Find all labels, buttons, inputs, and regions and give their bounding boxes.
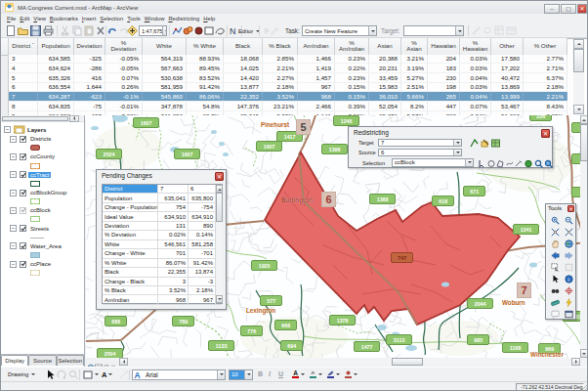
- toc-layer-ccblockgroup[interactable]: −ccBlockGroup: [1, 188, 84, 196]
- paste-icon[interactable]: [83, 25, 94, 36]
- column-header-other[interactable]: % Other: [524, 38, 567, 56]
- line-color-button[interactable]: [326, 369, 341, 380]
- clear-selection-icon[interactable]: [562, 261, 575, 273]
- zoom-in-icon[interactable]: [548, 214, 562, 226]
- layer-name[interactable]: ccCounty: [28, 153, 57, 159]
- layer-checkbox[interactable]: [20, 207, 26, 214]
- fixed-zoom-in-icon[interactable]: [548, 226, 562, 238]
- menu-view[interactable]: View: [31, 16, 47, 22]
- go-back-extent-icon[interactable]: [548, 249, 562, 261]
- toc-tab-source[interactable]: Source: [28, 355, 56, 366]
- layer-name[interactable]: ccPlace: [28, 261, 53, 267]
- column-header-white[interactable]: White: [143, 38, 187, 56]
- column-header-deviation[interactable]: %Deviation: [105, 38, 143, 56]
- trace-icon[interactable]: [483, 25, 493, 36]
- edit-plan-icon[interactable]: [481, 139, 489, 148]
- edit-sketch-icon[interactable]: [172, 25, 183, 36]
- zoom-elements-icon[interactable]: [67, 369, 78, 380]
- sketch-tool-icon[interactable]: [270, 25, 280, 36]
- layer-checkbox[interactable]: [20, 225, 26, 232]
- italic-button[interactable]: I: [269, 370, 271, 377]
- redistricting-selection-combo[interactable]: ccBlock: [392, 158, 474, 167]
- pause-drawing-button[interactable]: [110, 358, 118, 366]
- find-icon[interactable]: [548, 284, 562, 296]
- map-vertical-scrollbar[interactable]: [580, 115, 588, 358]
- draw-select-icon[interactable]: [44, 369, 55, 380]
- identify-icon[interactable]: i: [562, 273, 575, 284]
- zoom-selection-icon[interactable]: [534, 159, 543, 168]
- toc-layer-cccounty[interactable]: −ccCounty: [1, 152, 84, 161]
- toc-root-row[interactable]: −Layers: [1, 125, 84, 135]
- menu-edit[interactable]: Edit: [18, 16, 31, 22]
- collapse-icon[interactable]: −: [10, 136, 17, 143]
- menu-redistricting[interactable]: Redistricting: [166, 16, 201, 22]
- minimize-button[interactable]: –: [544, 4, 560, 14]
- table-row-district-5[interactable]: 5635,3264160.07%530,63883.52%14,4202.27%…: [9, 73, 567, 83]
- toc-layer-districts[interactable]: −Districts: [1, 135, 84, 144]
- menu-help[interactable]: Help: [201, 16, 217, 22]
- toc-layer-cctract[interactable]: −ccTract: [1, 170, 84, 179]
- target-combo[interactable]: [403, 25, 464, 36]
- redistricting-target-combo[interactable]: 7: [378, 139, 462, 148]
- collapse-icon[interactable]: −: [10, 261, 17, 268]
- toc-layer-ccplace[interactable]: −ccPlace: [1, 259, 84, 268]
- column-header-black[interactable]: Black: [224, 38, 263, 56]
- menu-window[interactable]: Window: [143, 16, 167, 22]
- delete-icon[interactable]: [95, 25, 105, 36]
- menu-file[interactable]: File: [5, 16, 18, 22]
- rotate-icon[interactable]: [56, 369, 66, 380]
- layer-symbol-swatch[interactable]: [30, 270, 40, 276]
- pan-icon[interactable]: [548, 238, 562, 249]
- layer-name[interactable]: Water_Area: [28, 243, 63, 249]
- layout-view-button[interactable]: [95, 358, 103, 366]
- shape-tool-button[interactable]: [82, 369, 100, 380]
- save-icon[interactable]: [30, 25, 41, 36]
- table-row-district-8[interactable]: 8634,835-75-0.01%347,87854.8%147,37623.2…: [9, 102, 567, 111]
- hyperlink-icon[interactable]: [562, 296, 575, 308]
- collapse-icon[interactable]: −: [10, 242, 17, 249]
- column-header-population[interactable]: Population: [38, 38, 74, 56]
- measure-icon[interactable]: [548, 296, 562, 308]
- layer-name[interactable]: Streets: [28, 226, 51, 232]
- map-scale-combo[interactable]: 1:47,675: [139, 25, 167, 36]
- layer-symbol-swatch[interactable]: [30, 145, 40, 151]
- select-line-icon[interactable]: [506, 159, 515, 168]
- column-header-amindian[interactable]: %AmIndian: [335, 38, 369, 56]
- collapse-icon[interactable]: −: [10, 190, 17, 196]
- attributes-icon[interactable]: [494, 25, 505, 36]
- layer-symbol-swatch[interactable]: [30, 238, 44, 239]
- assign-selection-icon[interactable]: [470, 139, 479, 148]
- layer-symbol-swatch[interactable]: [30, 181, 40, 187]
- cut-icon[interactable]: [60, 25, 70, 36]
- select-pencil-icon[interactable]: [515, 159, 524, 168]
- html-popup-icon[interactable]: [548, 308, 562, 320]
- full-extent-icon[interactable]: [562, 238, 575, 249]
- viewer-window-icon[interactable]: [562, 308, 575, 320]
- layer-symbol-swatch[interactable]: [30, 198, 40, 204]
- toc-layer-ccblock[interactable]: −ccBlock: [1, 206, 84, 215]
- toc-tab-display[interactable]: Display: [1, 355, 28, 366]
- layers-collapse-icon[interactable]: −: [4, 126, 11, 133]
- layer-checkbox[interactable]: [20, 171, 26, 178]
- new-document-icon[interactable]: [5, 25, 16, 36]
- column-header-district[interactable]: District▪: [9, 38, 38, 56]
- menu-selection[interactable]: Selection: [98, 16, 125, 22]
- redistricting-source-combo[interactable]: 6: [378, 149, 462, 157]
- selectable-layers-icon[interactable]: [525, 159, 533, 168]
- menu-bookmarks[interactable]: Bookmarks: [48, 16, 80, 22]
- toc-scroll-thumb[interactable]: [2, 116, 68, 122]
- text-tool-button[interactable]: A: [101, 369, 113, 380]
- table-row-district-6[interactable]: 6636,5541,6440.26%581,95991.42%13,8772.1…: [9, 83, 567, 93]
- toc-horizontal-scrollbar[interactable]: [1, 115, 84, 122]
- layer-name[interactable]: ccTract: [28, 172, 51, 178]
- menu-insert[interactable]: Insert: [80, 16, 99, 22]
- bold-button[interactable]: B: [258, 370, 263, 377]
- drawing-menu-button[interactable]: Drawing: [4, 369, 39, 380]
- layer-symbol-swatch[interactable]: [30, 252, 40, 258]
- column-header-other[interactable]: Other: [491, 38, 524, 56]
- tools-palette-close-icon[interactable]: ✕: [567, 205, 574, 212]
- table-row-district-7[interactable]: 7634,287-623-0.1%545,86086.06%22,3523.52…: [9, 92, 567, 102]
- font-size-combo[interactable]: 10: [229, 369, 253, 380]
- layer-checkbox[interactable]: [20, 242, 26, 249]
- lasso-tool-icon[interactable]: [215, 25, 226, 36]
